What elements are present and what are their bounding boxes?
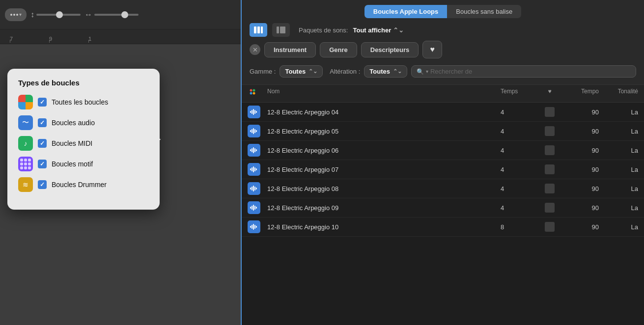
- zoom-control: ↔: [84, 10, 139, 19]
- audio-loops-checkbox[interactable]: [38, 118, 47, 127]
- alteration-value-text: Toutes: [369, 68, 390, 75]
- row-name: 12-8 Electric Arpeggio 07: [267, 166, 501, 173]
- ruler-mark-1: 1: [88, 36, 128, 42]
- pitch-slider[interactable]: [36, 14, 81, 16]
- waveform-icon: [250, 147, 258, 153]
- popup-item-all[interactable]: Toutes les boucles: [18, 95, 149, 109]
- motif-loops-checkbox[interactable]: [38, 160, 47, 168]
- drummer-loops-icon: ≋: [18, 177, 33, 192]
- left-panel: ▾ ↕ ↔ 7 9 1 Types de boucles Toutes les …: [0, 0, 241, 325]
- paquets-selector[interactable]: Tout afficher ⌃⌄: [353, 27, 404, 34]
- svg-rect-2: [261, 27, 263, 33]
- paquets-label: Paquets de sons:: [299, 27, 348, 34]
- tab-sans-balise[interactable]: Boucles sans balise: [447, 5, 521, 18]
- svg-rect-25: [252, 167, 252, 171]
- all-loops-icon: [18, 95, 33, 109]
- genre-filter-button[interactable]: Genre: [320, 42, 357, 57]
- row-tempo: 90: [560, 166, 599, 173]
- svg-rect-34: [250, 207, 251, 209]
- ruler-mark-9: 9: [49, 36, 88, 42]
- drummer-loops-checkbox[interactable]: [38, 180, 47, 189]
- row-tempo: 90: [560, 185, 599, 192]
- filter-row: ✕ Instrument Genre Descripteurs ♥: [250, 41, 636, 58]
- svg-rect-36: [253, 205, 254, 211]
- midi-loops-label: Boucles MIDI: [52, 139, 92, 147]
- svg-point-7: [250, 92, 252, 95]
- apple-logo-icon: [248, 88, 257, 98]
- row-heart-cell[interactable]: [540, 222, 560, 232]
- search-icon: 🔍: [417, 68, 424, 75]
- row-heart-cell[interactable]: [540, 126, 560, 136]
- svg-rect-18: [256, 130, 257, 132]
- svg-rect-43: [256, 226, 257, 228]
- row-audio-icon: [248, 182, 260, 195]
- paquets-value-text: Tout afficher: [353, 27, 391, 34]
- ruler: 7 9 1: [0, 29, 241, 44]
- row-name: 12-8 Electric Arpeggio 04: [267, 108, 501, 116]
- table-row[interactable]: 12-8 Electric Arpeggio 09 4 90 La: [242, 198, 644, 217]
- svg-rect-26: [253, 166, 254, 172]
- popup-item-motif[interactable]: Boucles motif: [18, 157, 149, 171]
- row-temps: 4: [501, 204, 540, 212]
- controls-row: Paquets de sons: Tout afficher ⌃⌄: [250, 23, 636, 37]
- svg-rect-15: [252, 129, 252, 133]
- svg-rect-11: [253, 109, 254, 115]
- th-tempo: Tempo: [560, 88, 599, 99]
- svg-rect-41: [253, 224, 254, 230]
- alteration-selector[interactable]: Toutes ⌃⌄: [364, 65, 407, 78]
- table-row[interactable]: 12-8 Electric Arpeggio 10 8 90 La: [242, 217, 644, 237]
- th-heart-icon: ♥: [548, 88, 551, 99]
- zoom-slider[interactable]: [94, 14, 139, 16]
- all-loops-checkbox[interactable]: [38, 98, 47, 107]
- view-list-button[interactable]: [272, 23, 290, 37]
- popup-item-midi[interactable]: ♪ Boucles MIDI: [18, 136, 149, 151]
- row-name: 12-8 Electric Arpeggio 10: [267, 223, 501, 231]
- row-audio-icon: [248, 125, 260, 137]
- table-row[interactable]: 12-8 Electric Arpeggio 05 4 90 La: [242, 122, 644, 141]
- waveform-icon: [250, 186, 258, 191]
- tab-row: Boucles Apple Loops Boucles sans balise: [250, 5, 636, 18]
- row-heart-cell[interactable]: [540, 107, 560, 117]
- row-tempo: 90: [560, 147, 599, 154]
- svg-point-6: [253, 89, 255, 92]
- filter-close-button[interactable]: ✕: [250, 44, 260, 55]
- row-heart-cell[interactable]: [540, 164, 560, 174]
- row-heart-cell[interactable]: [540, 184, 560, 193]
- table-row[interactable]: 12-8 Electric Arpeggio 07 4 90 La: [242, 160, 644, 179]
- svg-rect-13: [256, 111, 257, 113]
- row-tempo: 90: [560, 204, 599, 212]
- row-heart-cell[interactable]: [540, 203, 560, 213]
- svg-rect-37: [254, 206, 255, 210]
- popup-item-drummer[interactable]: ≋ Boucles Drummer: [18, 177, 149, 192]
- loop-types-popup: Types de boucles Toutes les boucles 〜 Bo…: [7, 69, 160, 210]
- row-tonalite: La: [599, 185, 638, 192]
- audio-loops-label: Boucles audio: [52, 119, 95, 127]
- midi-loops-checkbox[interactable]: [38, 139, 47, 148]
- row-temps: 4: [501, 147, 540, 154]
- timeline-header: ▾ ↕ ↔: [0, 0, 241, 29]
- favorites-filter-button[interactable]: ♥: [422, 41, 442, 58]
- row-heart-cell[interactable]: [540, 145, 560, 155]
- popup-item-audio[interactable]: 〜 Boucles audio: [18, 115, 149, 130]
- row-name: 12-8 Electric Arpeggio 09: [267, 204, 501, 212]
- right-panel: Boucles Apple Loops Boucles sans balise …: [241, 0, 644, 325]
- svg-point-5: [250, 89, 252, 92]
- tab-apple-loops[interactable]: Boucles Apple Loops: [364, 5, 447, 18]
- ellipsis-button[interactable]: ▾: [5, 8, 27, 21]
- gamme-selector[interactable]: Toutes ⌃⌄: [280, 65, 323, 78]
- row-tempo: 90: [560, 108, 599, 116]
- svg-rect-3: [277, 27, 279, 33]
- svg-rect-38: [256, 207, 257, 209]
- table-row[interactable]: 12-8 Electric Arpeggio 08 4 90 La: [242, 179, 644, 198]
- all-loops-label: Toutes les boucles: [52, 98, 108, 106]
- table-row[interactable]: 12-8 Electric Arpeggio 06 4 90 La: [242, 141, 644, 160]
- row-tempo: 90: [560, 128, 599, 135]
- heart-icon: ♥: [430, 45, 435, 54]
- descripteurs-filter-button[interactable]: Descripteurs: [361, 42, 419, 57]
- waveform-icon: [250, 109, 258, 115]
- view-columns-button[interactable]: [250, 23, 267, 37]
- table-row[interactable]: 12-8 Electric Arpeggio 04 4 90 La: [242, 103, 644, 122]
- instrument-filter-button[interactable]: Instrument: [264, 42, 316, 57]
- search-box[interactable]: 🔍 ▾ Rechercher de: [411, 65, 636, 78]
- drummer-loops-label: Boucles Drummer: [52, 181, 107, 189]
